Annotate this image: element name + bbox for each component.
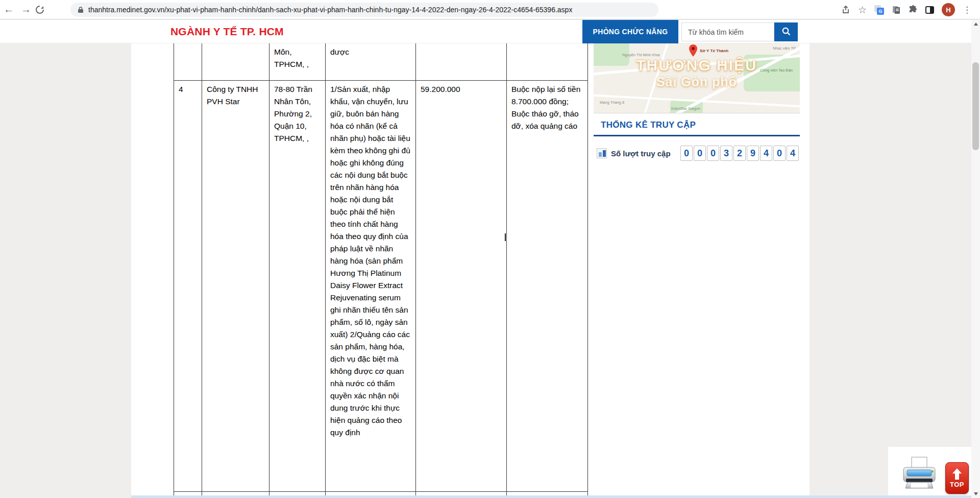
scrollbar-down-arrow[interactable] bbox=[971, 489, 980, 498]
right-sidebar: Nguyễn Thị Minh Khai Nhạc viện TP Công v… bbox=[594, 43, 800, 161]
forward-icon[interactable]: → bbox=[17, 4, 35, 15]
share-icon[interactable] bbox=[841, 5, 850, 14]
counter-digit: 0 bbox=[694, 146, 706, 161]
visits-label: Số lượt truy cập bbox=[611, 149, 671, 158]
page-body: Môn, TPHCM, , dược 4 Công ty TNHH PVH St… bbox=[0, 43, 971, 498]
address-cell: 78-80 Trần Nhân Tôn, Phường 2, Quận 10, … bbox=[270, 80, 326, 491]
text-caret bbox=[505, 233, 506, 241]
violations-table: Môn, TPHCM, , dược 4 Công ty TNHH PVH St… bbox=[174, 43, 588, 498]
lock-icon bbox=[78, 6, 84, 13]
map-label: EdenStar Saigon bbox=[671, 106, 700, 111]
counter-digit: 2 bbox=[733, 146, 746, 161]
sidebar-panel-icon[interactable] bbox=[925, 6, 934, 14]
counter-digit: 0 bbox=[707, 146, 719, 161]
counter-digit: 0 bbox=[680, 146, 693, 161]
location-map[interactable]: Nguyễn Thị Minh Khai Nhạc viện TP Công v… bbox=[594, 43, 800, 113]
search-icon bbox=[781, 27, 791, 38]
remedy-cell: Buộc nộp lại số tiền 8.700.000 đồng; Buộ… bbox=[507, 80, 588, 491]
browser-toolbar: ← → thanhtra.medinet.gov.vn/xu-phat-vi-p… bbox=[0, 0, 980, 19]
table-row-partial-top: Môn, TPHCM, , dược bbox=[174, 43, 588, 80]
map-label: Công viên Tao Đàn bbox=[760, 68, 793, 73]
footer-strip bbox=[131, 495, 971, 498]
phong-chuc-nang-button[interactable]: PHÒNG CHỨC NĂNG bbox=[582, 20, 678, 43]
reading-list-icon[interactable] bbox=[892, 5, 901, 14]
map-label: Nguyễn Thị Minh Khai bbox=[622, 53, 660, 57]
back-icon[interactable]: ← bbox=[0, 4, 17, 15]
content-panel: Môn, TPHCM, , dược 4 Công ty TNHH PVH St… bbox=[131, 43, 810, 498]
print-button[interactable] bbox=[899, 456, 939, 493]
visit-counter-digits: 0 0 0 3 2 9 4 0 4 bbox=[680, 146, 799, 161]
translate-icon[interactable]: G bbox=[874, 5, 884, 15]
map-pin-label: Sở Y Tế Thành bbox=[700, 49, 728, 53]
fine-amount-cell: 59.200.000 bbox=[416, 80, 507, 491]
back-to-top-button[interactable]: TOP bbox=[945, 462, 969, 494]
counter-digit: 9 bbox=[747, 146, 759, 161]
url-text: thanhtra.medinet.gov.vn/xu-phat-vi-pham-… bbox=[88, 6, 572, 14]
stats-heading: THỐNG KÊ TRUY CẬP bbox=[594, 120, 800, 136]
table-row: 4 Công ty TNHH PVH Star 78-80 Trần Nhân … bbox=[174, 80, 588, 491]
scrollbar-thumb[interactable] bbox=[972, 62, 979, 150]
site-title: NGÀNH Y TẾ TP. HCM bbox=[170, 26, 284, 38]
visit-counter: Số lượt truy cập 0 0 0 3 2 9 4 0 4 bbox=[594, 146, 800, 161]
map-pin-icon[interactable] bbox=[689, 44, 698, 60]
extensions-puzzle-icon[interactable] bbox=[909, 5, 918, 14]
address-bar[interactable]: thanhtra.medinet.gov.vn/xu-phat-vi-pham-… bbox=[70, 3, 658, 17]
counter-digit: 0 bbox=[773, 146, 786, 161]
profile-avatar[interactable]: H bbox=[942, 3, 955, 16]
search-button[interactable] bbox=[774, 22, 798, 41]
row-number-cell: 4 bbox=[174, 80, 202, 491]
site-header: NGÀNH Y TẾ TP. HCM PHÒNG CHỨC NĂNG bbox=[0, 20, 971, 43]
violation-cell: 1/Sản xuất, nhập khẩu, vận chuyển, lưu g… bbox=[326, 80, 416, 491]
page-scrollbar[interactable] bbox=[971, 19, 980, 498]
map-label: Nhạc viện TP bbox=[773, 46, 796, 51]
counter-digit: 4 bbox=[760, 146, 772, 161]
violation-cell: dược bbox=[326, 43, 416, 80]
map-label: Mạng Tháng 8 bbox=[600, 100, 624, 105]
arrow-up-icon bbox=[952, 468, 962, 480]
bookmark-star-icon[interactable]: ☆ bbox=[858, 4, 867, 16]
company-name-cell: Công ty TNHH PVH Star bbox=[202, 80, 270, 491]
counter-digit: 3 bbox=[720, 146, 732, 161]
search-input[interactable] bbox=[681, 22, 774, 41]
printer-icon bbox=[899, 456, 939, 493]
counter-digit: 4 bbox=[787, 146, 799, 161]
scrollbar-up-arrow[interactable] bbox=[971, 19, 980, 28]
address-cell: Môn, TPHCM, , bbox=[270, 43, 326, 80]
reload-icon[interactable] bbox=[35, 5, 52, 15]
visits-chart-icon bbox=[597, 148, 607, 158]
browser-menu-icon[interactable]: ⋮ bbox=[963, 9, 969, 11]
